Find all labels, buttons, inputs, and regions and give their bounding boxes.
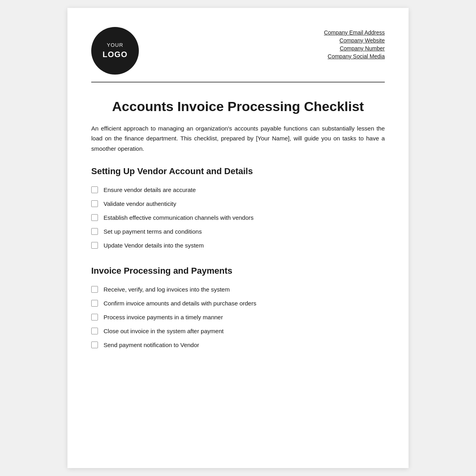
list-item: Process invoice payments in a timely man… [91, 310, 385, 324]
checklist-item-label: Update Vendor details into the system [104, 241, 204, 250]
list-item: Close out invoice in the system after pa… [91, 324, 385, 338]
checkbox-icon[interactable] [91, 286, 98, 293]
company-info-block: Company Email AddressCompany WebsiteComp… [324, 27, 385, 60]
document-title: Accounts Invoice Processing Checklist [91, 98, 385, 115]
checkbox-icon[interactable] [91, 200, 98, 207]
checklist-item-label: Send payment notification to Vendor [104, 341, 199, 349]
company-info-item: Company Social Media [328, 53, 385, 60]
header-divider [91, 82, 385, 83]
checkbox-icon[interactable] [91, 300, 98, 307]
checklist-item-label: Ensure vendor details are accurate [104, 186, 196, 194]
section-title-0: Setting Up Vendor Account and Details [91, 166, 385, 177]
section-title-1: Invoice Processing and Payments [91, 266, 385, 276]
checkbox-icon[interactable] [91, 228, 98, 235]
list-item: Update Vendor details into the system [91, 238, 385, 252]
list-item: Establish effective communication channe… [91, 211, 385, 225]
logo-line1: YOUR [107, 42, 123, 49]
checkbox-icon[interactable] [91, 214, 98, 221]
checklist-item-label: Confirm invoice amounts and details with… [104, 299, 256, 307]
checklist-item-label: Set up payment terms and conditions [104, 227, 202, 236]
list-item: Validate vendor authenticity [91, 197, 385, 211]
list-item: Ensure vendor details are accurate [91, 183, 385, 197]
list-item: Set up payment terms and conditions [91, 225, 385, 238]
checklist-0: Ensure vendor details are accurateValida… [91, 183, 385, 252]
checklist-item-label: Establish effective communication channe… [104, 213, 253, 222]
checkbox-icon[interactable] [91, 328, 98, 334]
checklist-item-label: Validate vendor authenticity [104, 200, 176, 208]
logo-line2: LOGO [103, 49, 128, 60]
checklist-item-label: Receive, verify, and log invoices into t… [104, 285, 230, 294]
sections-container: Setting Up Vendor Account and DetailsEns… [91, 166, 385, 352]
checkbox-icon[interactable] [91, 314, 98, 321]
page: YOUR LOGO Company Email AddressCompany W… [67, 8, 409, 468]
company-info-item: Company Number [340, 45, 385, 52]
checkbox-icon[interactable] [91, 242, 98, 249]
list-item: Send payment notification to Vendor [91, 338, 385, 352]
company-info-item: Company Website [340, 37, 385, 44]
company-logo: YOUR LOGO [91, 27, 139, 75]
document-description: An efficient approach to managing an org… [91, 123, 385, 154]
header: YOUR LOGO Company Email AddressCompany W… [91, 27, 385, 75]
checkbox-icon[interactable] [91, 342, 98, 348]
checklist-item-label: Close out invoice in the system after pa… [104, 327, 224, 335]
checklist-item-label: Process invoice payments in a timely man… [104, 313, 223, 321]
list-item: Receive, verify, and log invoices into t… [91, 282, 385, 296]
checklist-1: Receive, verify, and log invoices into t… [91, 282, 385, 352]
checkbox-icon[interactable] [91, 186, 98, 193]
list-item: Confirm invoice amounts and details with… [91, 296, 385, 310]
company-info-item: Company Email Address [324, 29, 385, 36]
